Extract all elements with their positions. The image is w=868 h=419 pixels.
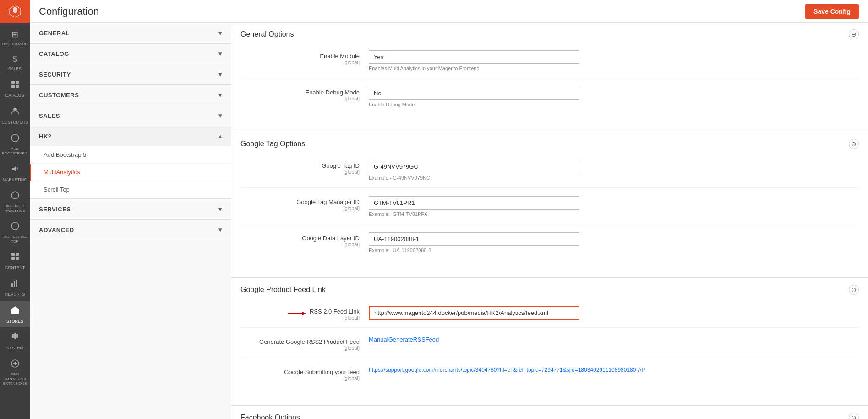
link-google-submitting-feed[interactable]: https://support.google.com/merchants/top… (369, 367, 645, 373)
form-row-google-data-layer-id: Google Data Layer ID [global] Example:- … (240, 232, 859, 260)
sidebar-item-hk2-scroll[interactable]: HK2 - SCROLL TOP (0, 217, 30, 248)
accordion-header-hk2[interactable]: HK2 ▴ (30, 126, 231, 146)
top-header: Configuration Save Config (30, 0, 868, 23)
sidebar-item-customers[interactable]: CUSTOMERS (0, 102, 30, 128)
svg-rect-9 (16, 253, 19, 256)
input-google-tag-manager-id[interactable] (369, 196, 579, 210)
customers-icon (11, 106, 20, 118)
find-partners-icon (11, 359, 20, 371)
label-rss-feed-link: RSS 2.0 Feed Link (310, 308, 360, 315)
hint-enable-module: Enables Multi Analytics in your Magento … (369, 66, 859, 71)
sidebar-label-hk2-multi: HK2 - MULTI ANALYTICS (2, 204, 28, 213)
form-row-enable-debug-mode: Enable Debug Mode [global] No Yes Enable… (240, 87, 859, 114)
sublabel-google-submitting-feed: [global] (240, 375, 360, 381)
label-google-tag-id: Google Tag ID (322, 162, 360, 169)
svg-rect-1 (16, 81, 19, 84)
sidebar-item-system[interactable]: SYSTEM (0, 327, 30, 354)
accordion-header-customers[interactable]: CUSTOMERS ▾ (30, 85, 231, 105)
svg-point-5 (11, 134, 19, 142)
add-bootstrap5-icon (11, 133, 20, 145)
accordion-header-general[interactable]: GENERAL ▾ (30, 23, 231, 43)
left-panel: GENERAL ▾ CATALOG ▾ SECURITY ▾ CUSTOMERS (30, 23, 231, 419)
sidebar-item-dashboard[interactable]: ⊞ DASHBOARD (0, 25, 30, 50)
accordion-header-catalog[interactable]: CATALOG ▾ (30, 44, 231, 64)
sublabel-rss-feed-link: [global] (310, 315, 360, 320)
select-enable-module[interactable]: Yes No (369, 50, 579, 64)
sidebar-item-add-bootstrap5[interactable]: ADD BOOTSTRAP 5 (0, 129, 30, 160)
collapse-btn-general-options[interactable]: ⊖ (849, 29, 859, 39)
sidebar-item-catalog[interactable]: CATALOG (0, 75, 30, 102)
accordion-label-hk2: HK2 (39, 133, 52, 140)
section-title-google-tag: Google Tag Options (240, 140, 305, 148)
accordion-header-security[interactable]: SECURITY ▾ (30, 64, 231, 84)
accordion-arrow-advanced: ▾ (218, 226, 222, 233)
accordion-header-sales[interactable]: SALES ▾ (30, 105, 231, 126)
link-generate-rss2[interactable]: ManualGenerateRSSFeed (369, 336, 439, 343)
svg-rect-0 (11, 81, 15, 84)
accordion-label-customers: CUSTOMERS (39, 92, 79, 99)
magento-logo[interactable] (0, 0, 30, 23)
label-generate-rss2: Generate Google RSS2 Product Feed (259, 338, 360, 345)
accordion-arrow-sales: ▾ (218, 112, 222, 119)
sidebar-label-dashboard: DASHBOARD (2, 42, 28, 47)
accordion-label-advanced: ADVANCED (39, 226, 74, 233)
collapse-btn-google-tag[interactable]: ⊖ (849, 139, 859, 149)
marketing-icon (11, 164, 20, 176)
svg-rect-15 (14, 311, 16, 314)
form-row-google-submitting-feed: Google Submitting your feed [global] htt… (240, 366, 859, 388)
section-header-google-tag: Google Tag Options ⊖ (231, 132, 868, 155)
collapse-btn-facebook-options[interactable]: ⊖ (849, 413, 859, 419)
sidebar-label-content: CONTENT (5, 265, 25, 270)
save-config-button[interactable]: Save Config (805, 4, 859, 19)
system-icon (11, 332, 20, 344)
section-body-product-feed: RSS 2.0 Feed Link [global] Generate (231, 301, 868, 405)
sidebar-label-find-partners: FIND PARTNERS & EXTENSIONS (2, 372, 28, 386)
dashboard-icon: ⊞ (11, 30, 18, 40)
collapse-btn-product-feed[interactable]: ⊖ (849, 285, 859, 295)
config-section-general-options: General Options ⊖ Enable Module [global] (231, 23, 868, 132)
sidebar-label-catalog: CATALOG (5, 93, 25, 98)
accordion-label-sales: SALES (39, 112, 60, 119)
accordion-label-services: SERVICES (39, 206, 71, 213)
sidebar-item-sales[interactable]: $ SALES (0, 50, 30, 75)
input-google-data-layer-id[interactable] (369, 232, 579, 246)
accordion-item-services: SERVICES ▾ (30, 199, 231, 220)
sub-item-scroll-top[interactable]: Scroll Top (30, 181, 231, 198)
sidebar-item-stores[interactable]: STORES (0, 301, 30, 327)
sub-item-add-bootstrap5[interactable]: Add Bootstrap 5 (30, 146, 231, 164)
accordion-header-services[interactable]: SERVICES ▾ (30, 199, 231, 219)
sidebar-item-reports[interactable]: REPORTS (0, 274, 30, 301)
accordion-arrow-catalog: ▾ (218, 50, 222, 57)
sublabel-enable-debug-mode: [global] (240, 96, 360, 101)
sales-icon: $ (12, 55, 17, 65)
input-rss-feed-link[interactable] (369, 306, 579, 320)
hk2-scroll-icon (11, 221, 20, 233)
sidebar-item-marketing[interactable]: MARKETING (0, 159, 30, 186)
select-enable-debug-mode[interactable]: No Yes (369, 87, 579, 100)
accordion-item-security: SECURITY ▾ (30, 64, 231, 85)
svg-rect-10 (11, 257, 15, 260)
svg-point-6 (11, 192, 19, 199)
svg-rect-2 (11, 85, 15, 88)
accordion-header-advanced[interactable]: ADVANCED ▾ (30, 220, 231, 240)
sub-item-multianalytics[interactable]: MultiAnalytics (30, 164, 231, 181)
sublabel-generate-rss2: [global] (240, 345, 360, 351)
accordion-arrow-general: ▾ (218, 29, 222, 37)
sidebar-item-find-partners[interactable]: FIND PARTNERS & EXTENSIONS (0, 354, 30, 389)
catalog-icon (11, 80, 20, 92)
input-google-tag-id[interactable] (369, 160, 579, 173)
form-row-generate-rss2: Generate Google RSS2 Product Feed [globa… (240, 336, 859, 358)
sidebar-label-reports: REPORTS (5, 292, 25, 297)
svg-rect-11 (16, 257, 19, 260)
accordion-arrow-services: ▾ (218, 205, 222, 213)
accordion-label-catalog: CATALOG (39, 50, 69, 57)
label-google-submitting-feed: Google Submitting your feed (284, 369, 360, 375)
sublabel-google-tag-manager-id: [global] (240, 205, 360, 211)
accordion-item-sales: SALES ▾ (30, 105, 231, 126)
sidebar: ⊞ DASHBOARD $ SALES CATALOG CUSTOMERS AD… (0, 0, 30, 419)
config-section-facebook-options: Facebook Options ⊖ Facebook Domain Verif… (231, 406, 868, 419)
section-title-product-feed: Google Product Feed Link (240, 286, 326, 294)
form-row-google-tag-id: Google Tag ID [global] Example:- G-49NVV… (240, 160, 859, 188)
sidebar-item-hk2-multi[interactable]: HK2 - MULTI ANALYTICS (0, 186, 30, 217)
sidebar-item-content[interactable]: CONTENT (0, 247, 30, 274)
